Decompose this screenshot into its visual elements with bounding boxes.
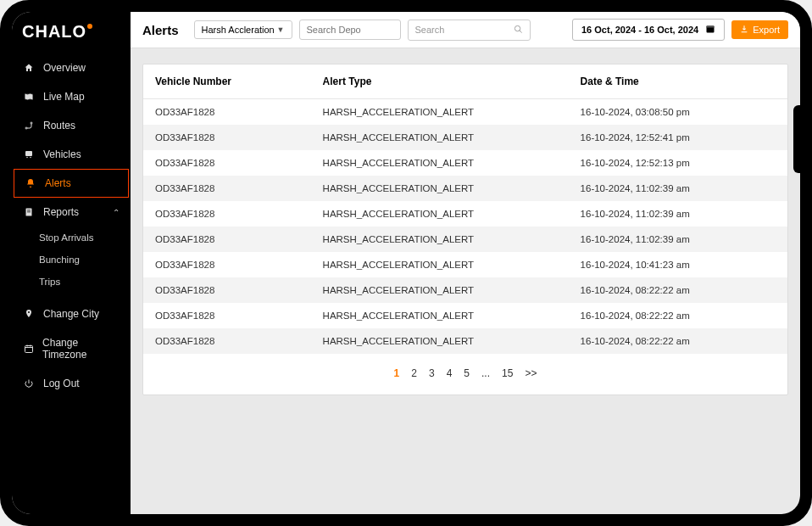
sidebar-sub-bunching[interactable]: Bunching — [12, 249, 131, 271]
sidebar-sub-stop-arrivals[interactable]: Stop Arrivals — [12, 227, 131, 249]
sidebar-item-live-map[interactable]: Live Map — [12, 82, 131, 111]
cell-vehicle: OD33AF1828 — [143, 125, 311, 150]
cell-time: 16-10-2024, 12:52:41 pm — [569, 125, 787, 150]
content-area: Vehicle Number Alert Type Date & Time OD… — [131, 48, 800, 514]
sidebar-item-label: Alerts — [45, 177, 71, 189]
sidebar-item-label: Change City — [43, 308, 99, 320]
svg-rect-8 — [25, 346, 32, 353]
alerts-table: Vehicle Number Alert Type Date & Time OD… — [143, 64, 787, 354]
date-range-value: 16 Oct, 2024 - 16 Oct, 2024 — [581, 25, 698, 35]
sidebar: CHALO Overview Live Map Routes — [12, 12, 131, 514]
sidebar-item-label: Log Out — [43, 378, 80, 389]
chevron-up-icon: ⌃ — [113, 208, 120, 217]
search-depo-input[interactable] — [299, 20, 401, 40]
cell-vehicle: OD33AF1828 — [143, 201, 311, 227]
svg-point-9 — [514, 25, 520, 31]
table-row[interactable]: OD33AF1828HARSH_ACCELERATION_ALERT16-10-… — [143, 125, 787, 150]
sidebar-item-overview[interactable]: Overview — [12, 53, 131, 82]
cell-type: HARSH_ACCELERATION_ALERT — [311, 252, 569, 277]
cell-vehicle: OD33AF1828 — [143, 227, 311, 252]
bus-icon — [23, 148, 35, 160]
sidebar-item-label: Vehicles — [43, 148, 81, 160]
cell-time: 16-10-2024, 12:52:13 pm — [569, 150, 787, 176]
table-row[interactable]: OD33AF1828HARSH_ACCELERATION_ALERT16-10-… — [143, 201, 787, 227]
cell-time: 16-10-2024, 11:02:39 am — [569, 201, 787, 227]
cell-time: 16-10-2024, 08:22:22 am — [569, 277, 787, 303]
sidebar-item-label: Routes — [43, 120, 75, 132]
sidebar-item-logout[interactable]: Log Out — [12, 369, 131, 398]
export-label: Export — [753, 25, 780, 35]
sidebar-item-label: Overview — [43, 62, 86, 74]
calendar-icon — [705, 24, 715, 36]
cell-time: 16-10-2024, 11:02:39 am — [569, 176, 787, 201]
page-link[interactable]: 1 — [394, 367, 400, 379]
cell-vehicle: OD33AF1828 — [143, 99, 311, 126]
sidebar-item-label: Reports — [43, 206, 79, 218]
date-range-picker[interactable]: 16 Oct, 2024 - 16 Oct, 2024 — [572, 19, 725, 41]
power-icon — [23, 378, 35, 389]
table-row[interactable]: OD33AF1828HARSH_ACCELERATION_ALERT16-10-… — [143, 303, 787, 328]
cell-time: 16-10-2024, 10:41:23 am — [569, 252, 787, 277]
map-icon — [23, 91, 35, 103]
table-row[interactable]: OD33AF1828HARSH_ACCELERATION_ALERT16-10-… — [143, 252, 787, 277]
cell-vehicle: OD33AF1828 — [143, 176, 311, 201]
main-content: Alerts Harsh Accleration ▼ Search 16 Oct… — [131, 12, 800, 514]
page-link[interactable]: 15 — [502, 367, 513, 379]
sidebar-item-reports[interactable]: Reports ⌃ — [12, 198, 131, 227]
table-row[interactable]: OD33AF1828HARSH_ACCELERATION_ALERT16-10-… — [143, 227, 787, 252]
col-vehicle: Vehicle Number — [143, 64, 311, 99]
cell-vehicle: OD33AF1828 — [143, 328, 311, 354]
cell-time: 16-10-2024, 08:22:22 am — [569, 328, 787, 354]
brand-dot-icon — [87, 24, 92, 29]
search-placeholder: Search — [415, 25, 445, 35]
cell-vehicle: OD33AF1828 — [143, 252, 311, 277]
cell-type: HARSH_ACCELERATION_ALERT — [311, 201, 569, 227]
svg-point-3 — [26, 157, 28, 159]
cell-type: HARSH_ACCELERATION_ALERT — [311, 99, 569, 126]
svg-rect-7 — [27, 212, 31, 213]
svg-rect-2 — [25, 151, 32, 156]
table-row[interactable]: OD33AF1828HARSH_ACCELERATION_ALERT16-10-… — [143, 150, 787, 176]
page-link[interactable]: 5 — [464, 367, 470, 379]
caret-down-icon: ▼ — [277, 25, 285, 34]
svg-point-0 — [25, 127, 27, 129]
sidebar-sub-trips[interactable]: Trips — [12, 271, 131, 293]
cell-type: HARSH_ACCELERATION_ALERT — [311, 125, 569, 150]
table-row[interactable]: OD33AF1828HARSH_ACCELERATION_ALERT16-10-… — [143, 176, 787, 201]
sidebar-item-label: Live Map — [43, 91, 85, 103]
page-link[interactable]: 2 — [411, 367, 417, 379]
cell-time: 16-10-2024, 08:22:22 am — [569, 303, 787, 328]
page-link[interactable]: >> — [525, 367, 537, 379]
svg-rect-11 — [707, 26, 715, 28]
sidebar-item-routes[interactable]: Routes — [12, 111, 131, 140]
home-icon — [23, 62, 35, 74]
sidebar-item-vehicles[interactable]: Vehicles — [12, 140, 131, 169]
report-icon — [23, 206, 35, 218]
sidebar-item-alerts[interactable]: Alerts — [14, 169, 129, 198]
search-icon — [514, 25, 523, 36]
table-row[interactable]: OD33AF1828HARSH_ACCELERATION_ALERT16-10-… — [143, 99, 787, 126]
page-title: Alerts — [142, 23, 179, 37]
page-link[interactable]: ... — [481, 367, 490, 379]
export-button[interactable]: Export — [731, 20, 788, 39]
cell-time: 16-10-2024, 03:08:50 pm — [569, 99, 787, 126]
select-value: Harsh Accleration — [202, 25, 275, 35]
sidebar-item-change-timezone[interactable]: Change Timezone — [12, 328, 131, 369]
clock-icon — [23, 343, 34, 355]
route-icon — [23, 120, 35, 132]
sidebar-item-change-city[interactable]: Change City — [12, 299, 131, 328]
table-row[interactable]: OD33AF1828HARSH_ACCELERATION_ALERT16-10-… — [143, 328, 787, 354]
cell-time: 16-10-2024, 11:02:39 am — [569, 227, 787, 252]
page-link[interactable]: 4 — [447, 367, 453, 379]
search-input[interactable]: Search — [408, 20, 531, 41]
download-icon — [740, 25, 748, 35]
bell-icon — [25, 177, 36, 189]
svg-point-4 — [30, 157, 31, 159]
alerts-card: Vehicle Number Alert Type Date & Time OD… — [142, 64, 788, 395]
svg-rect-6 — [27, 210, 31, 211]
alert-type-select[interactable]: Harsh Accleration ▼ — [194, 20, 292, 39]
topbar: Alerts Harsh Accleration ▼ Search 16 Oct… — [131, 12, 800, 48]
page-link[interactable]: 3 — [429, 367, 435, 379]
table-row[interactable]: OD33AF1828HARSH_ACCELERATION_ALERT16-10-… — [143, 277, 787, 303]
cell-vehicle: OD33AF1828 — [143, 277, 311, 303]
